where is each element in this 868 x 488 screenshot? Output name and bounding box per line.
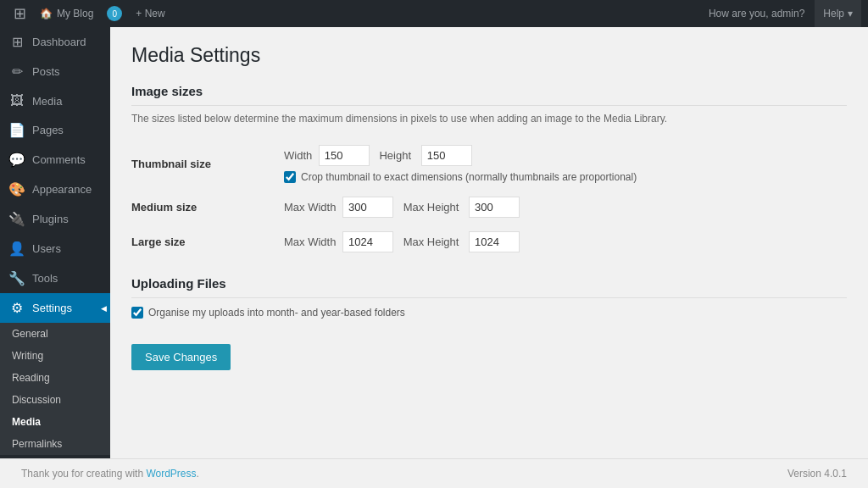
footer-text: Thank you for creating with WordPress.	[21, 468, 199, 480]
footer: Thank you for creating with WordPress. V…	[0, 458, 868, 488]
wordpress-link[interactable]: WordPress	[146, 468, 196, 480]
tools-icon: 🔧	[8, 270, 25, 286]
thumbnail-crop-label: Crop thumbnail to exact dimensions (norm…	[301, 171, 637, 183]
medium-max-height-label: Max Height	[403, 201, 459, 214]
sidebar-item-users[interactable]: 👤 Users	[0, 234, 110, 263]
users-icon: 👤	[8, 241, 25, 257]
sidebar-item-appearance[interactable]: 🎨 Appearance	[0, 175, 110, 204]
wp-logo-link[interactable]: ⊞	[7, 0, 33, 27]
thumbnail-height-input[interactable]	[421, 145, 472, 166]
large-max-width-input[interactable]	[342, 231, 393, 252]
large-controls: Max Width Max Height	[284, 225, 847, 259]
uploading-checkbox-label: Organise my uploads into month- and year…	[148, 307, 405, 319]
large-max-height-label: Max Height	[403, 236, 459, 248]
admin-greeting: How are you, admin?	[698, 8, 815, 19]
settings-submenu: General Writing Reading Discussion Media…	[0, 323, 110, 455]
sidebar-label-comments: Comments	[32, 153, 86, 166]
sidebar-item-pages[interactable]: 📄 Pages	[0, 115, 110, 145]
sidebar-label-dashboard: Dashboard	[32, 36, 86, 48]
top-bar: ⊞ 🏠 My Blog 0 + New How are you, admin? …	[0, 0, 868, 27]
sidebar-label-appearance: Appearance	[32, 183, 92, 196]
site-name: My Blog	[57, 8, 93, 19]
submenu-discussion[interactable]: Discussion	[0, 389, 110, 411]
medium-max-width-input[interactable]	[342, 197, 393, 218]
sidebar-item-media[interactable]: 🖼 Media	[0, 86, 110, 115]
uploading-section: Uploading Files Organise my uploads into…	[131, 276, 847, 319]
medium-max-height-input[interactable]	[469, 197, 520, 218]
comments-nav-icon: 💬	[8, 152, 25, 168]
image-sizes-desc: The sizes listed below determine the max…	[131, 113, 847, 125]
thumbnail-controls: Width Height Crop thumbnail to exact dim…	[284, 138, 847, 190]
sidebar-label-tools: Tools	[32, 272, 58, 285]
submenu-reading[interactable]: Reading	[0, 367, 110, 389]
thumbnail-label: Thumbnail size	[131, 138, 284, 190]
medium-label: Medium size	[131, 190, 284, 225]
wp-logo-icon: ⊞	[14, 4, 26, 23]
image-sizes-table: Thumbnail size Width Height Crop thumbna…	[131, 138, 847, 259]
sidebar-label-pages: Pages	[32, 124, 64, 136]
large-max-width-label: Max Width	[284, 236, 336, 248]
uploading-checkbox[interactable]	[131, 307, 143, 319]
new-content-link[interactable]: + New	[129, 0, 171, 27]
settings-icon: ⚙	[8, 300, 25, 316]
dashboard-icon: ⊞	[8, 34, 25, 50]
site-name-link[interactable]: 🏠 My Blog	[33, 0, 100, 27]
sidebar-label-media: Media	[32, 95, 62, 108]
help-dropdown-icon: ▾	[848, 8, 853, 19]
thumbnail-crop-row: Crop thumbnail to exact dimensions (norm…	[284, 171, 847, 183]
page-title: Media Settings	[131, 44, 847, 67]
new-label: + New	[136, 8, 164, 19]
comments-link[interactable]: 0	[100, 0, 129, 27]
submenu-general[interactable]: General	[0, 323, 110, 345]
sidebar-label-plugins: Plugins	[32, 213, 69, 225]
thumbnail-crop-checkbox[interactable]	[284, 171, 296, 183]
plugins-icon: 🔌	[8, 211, 25, 227]
large-label: Large size	[131, 225, 284, 259]
submenu-permalinks[interactable]: Permalinks	[0, 433, 110, 455]
thumbnail-row: Thumbnail size Width Height Crop thumbna…	[131, 138, 847, 190]
image-sizes-section: Image sizes The sizes listed below deter…	[131, 84, 847, 259]
thumbnail-height-label: Height	[379, 149, 411, 162]
content-area: Media Settings Image sizes The sizes lis…	[110, 27, 868, 458]
uploading-checkbox-row: Organise my uploads into month- and year…	[131, 307, 847, 319]
comment-count: 0	[107, 6, 122, 21]
footer-text-before: Thank you for creating with	[21, 468, 146, 480]
sidebar-label-settings: Settings	[32, 302, 72, 314]
appearance-icon: 🎨	[8, 181, 25, 197]
version-text: Version 4.0.1	[787, 468, 847, 480]
sidebar-item-tools[interactable]: 🔧 Tools	[0, 263, 110, 293]
large-row: Large size Max Width Max Height	[131, 225, 847, 259]
sidebar-label-users: Users	[32, 242, 61, 255]
help-button[interactable]: Help ▾	[815, 0, 861, 27]
medium-row: Medium size Max Width Max Height	[131, 190, 847, 225]
sidebar-item-comments[interactable]: 💬 Comments	[0, 145, 110, 175]
help-label: Help	[823, 8, 844, 19]
medium-max-width-label: Max Width	[284, 201, 336, 214]
submenu-writing[interactable]: Writing	[0, 345, 110, 367]
image-sizes-heading: Image sizes	[131, 84, 847, 106]
posts-icon: ✏	[8, 64, 25, 80]
sidebar-item-plugins[interactable]: 🔌 Plugins	[0, 204, 110, 234]
home-icon: 🏠	[40, 8, 53, 19]
thumbnail-width-label: Width	[284, 149, 312, 162]
sidebar-item-settings[interactable]: ⚙ Settings	[0, 293, 110, 323]
pages-icon: 📄	[8, 122, 25, 138]
uploading-heading: Uploading Files	[131, 276, 847, 298]
large-max-height-input[interactable]	[469, 231, 520, 252]
sidebar-item-posts[interactable]: ✏ Posts	[0, 57, 110, 86]
sidebar-item-dashboard[interactable]: ⊞ Dashboard	[0, 27, 110, 57]
sidebar-label-posts: Posts	[32, 65, 60, 78]
save-changes-button[interactable]: Save Changes	[131, 344, 231, 370]
thumbnail-width-input[interactable]	[319, 145, 370, 166]
media-icon: 🖼	[8, 93, 25, 108]
submenu-media[interactable]: Media	[0, 411, 110, 433]
sidebar: ⊞ Dashboard ✏ Posts 🖼 Media 📄 Pages 💬 Co…	[0, 27, 110, 458]
medium-controls: Max Width Max Height	[284, 190, 847, 225]
